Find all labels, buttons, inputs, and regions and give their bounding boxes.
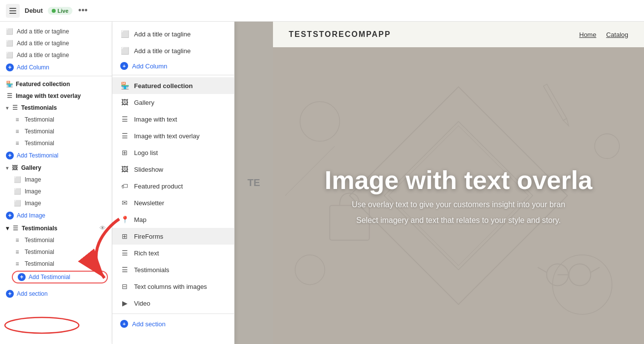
image-overlay-icon: ☰ — [6, 93, 13, 99]
dd-featured-collection[interactable]: 🏪 Featured collection — [112, 77, 234, 94]
frame-g1: ⬜ — [14, 176, 21, 183]
dd-envelope-icon: ✉ — [120, 198, 129, 207]
add-column-sidebar[interactable]: + Add Column — [0, 61, 112, 74]
more-options[interactable]: ••• — [78, 5, 88, 16]
preview-text: TE — [247, 177, 260, 188]
add-image[interactable]: + Add Image — [0, 209, 112, 222]
dd-divider-1 — [112, 75, 234, 75]
frame-g2: ⬜ — [14, 188, 21, 195]
sidebar: ⬜ Add a title or tagline ⬜ Add a title o… — [0, 22, 112, 344]
dd-gallery-icon: 🖼 — [120, 98, 129, 107]
website-preview: TESTSTORECOMPAPP Home Catalog — [273, 22, 644, 344]
dd-rich-text[interactable]: ☰ Rich text — [112, 245, 234, 261]
sidebar-item-title-1[interactable]: ⬜ Add a title or tagline — [0, 26, 112, 37]
dd-slideshow[interactable]: 🖼 Slideshow — [112, 161, 234, 178]
dd-testimonials[interactable]: ☰ Testimonials — [112, 261, 234, 278]
sidebar-gallery[interactable]: ▾ 🖼 Gallery — [0, 162, 112, 174]
add-testimonial-2[interactable]: + Add Testimonial — [12, 271, 108, 283]
dd-frame-icon-1: ⬜ — [120, 30, 129, 38]
dd-slideshow-icon: 🖼 — [120, 165, 129, 174]
sidebar-testimonials-2-row: ▾ ☰ Testimonials 👁 — [0, 222, 112, 234]
testimonial-item-2-3[interactable]: ≡ Testimonial — [0, 258, 112, 270]
live-label: Live — [58, 8, 68, 14]
testimonials-icon-1: ☰ — [11, 104, 18, 111]
dd-image-text[interactable]: ☰ Image with text — [112, 111, 234, 127]
gallery-image-2[interactable]: ⬜ Image — [0, 186, 112, 197]
dd-image-overlay-icon: ☰ — [120, 131, 129, 140]
hero-text-overlay: Image with text overla Use overlay text … — [305, 165, 612, 226]
sidebar-featured-collection[interactable]: 🏪 Featured collection — [0, 78, 112, 90]
frame-icon-3: ⬜ — [6, 52, 13, 59]
dd-video[interactable]: ▶ Video — [112, 295, 234, 312]
store-name: Debut — [25, 7, 43, 14]
lines-icon-t21: ≡ — [14, 237, 21, 244]
svg-rect-1 — [9, 10, 16, 11]
gallery-image-3[interactable]: ⬜ Image — [0, 197, 112, 209]
frame-icon-1: ⬜ — [6, 28, 13, 35]
sidebar-image-text-overlay[interactable]: ☰ Image with text overlay — [0, 90, 112, 102]
visibility-icon[interactable]: 👁 — [100, 224, 106, 232]
image-text-overlay-label: Image with text overlay — [16, 93, 81, 99]
dd-text-columns[interactable]: ⊟ Text columns with images — [112, 278, 234, 295]
live-badge: Live — [48, 7, 72, 15]
menu-icon[interactable] — [6, 4, 20, 18]
sidebar-item-title-2[interactable]: ⬜ Add a title or tagline — [0, 37, 112, 49]
testimonial-item-1-2[interactable]: ≡ Testimonial — [0, 125, 112, 137]
dd-title-item-1[interactable]: ⬜ Add a title or tagline — [112, 26, 234, 42]
lines-icon-t22: ≡ — [14, 249, 21, 255]
dd-image-text-overlay[interactable]: ☰ Image with text overlay — [112, 127, 234, 144]
dd-add-section[interactable]: + Add section — [112, 316, 234, 332]
testimonials-2-header[interactable]: ▾ ☰ Testimonials — [6, 225, 57, 232]
dd-columns-icon: ⊟ — [120, 282, 129, 291]
main-area: ⬜ Add a title or tagline ⬜ Add a title o… — [0, 22, 644, 344]
gallery-image-1[interactable]: ⬜ Image — [0, 174, 112, 186]
add-testimonial-1[interactable]: + Add Testimonial — [0, 149, 112, 162]
plus-icon: + — [6, 63, 14, 71]
top-bar: Debut Live ••• — [0, 0, 644, 22]
lines-icon-t23: ≡ — [14, 260, 21, 267]
testimonials-2-label: Testimonials — [22, 225, 57, 232]
preview-inner: TE — [235, 22, 273, 344]
testimonial-item-1-3[interactable]: ≡ Testimonial — [0, 137, 112, 149]
dd-image-text-icon: ☰ — [120, 115, 129, 124]
dd-grid-icon: ⊞ — [120, 232, 129, 241]
frame-g3: ⬜ — [14, 200, 21, 207]
sidebar-testimonials-1[interactable]: ▾ ☰ Testimonials — [0, 102, 112, 114]
testimonial-item-1-1[interactable]: ≡ Testimonial — [0, 114, 112, 125]
dd-featured-product[interactable]: 🏷 Featured product — [112, 178, 234, 194]
dd-gallery[interactable]: 🖼 Gallery — [112, 94, 234, 111]
testimonials-icon-2: ☰ — [12, 225, 19, 232]
plus-icon-img: + — [6, 212, 14, 219]
dd-fireforms[interactable]: ⊞ FireForms — [112, 228, 234, 245]
testimonial-item-2-2[interactable]: ≡ Testimonial — [0, 246, 112, 258]
site-hero: Image with text overla Use overlay text … — [273, 47, 644, 344]
dd-map[interactable]: 📍 Map — [112, 211, 234, 228]
lines-icon-1: ≡ — [14, 116, 21, 123]
dd-newsletter[interactable]: ✉ Newsletter — [112, 194, 234, 211]
site-logo: TESTSTORECOMPAPP — [289, 30, 391, 39]
nav-home[interactable]: Home — [579, 31, 597, 38]
plus-icon-t1: + — [6, 152, 14, 159]
hero-subtitle-2: Select imagery and text that relates to … — [325, 215, 592, 226]
dd-store-icon: 🏪 — [120, 81, 129, 90]
dd-logo-list[interactable]: ⊞ Logo list — [112, 144, 234, 161]
site-nav: TESTSTORECOMPAPP Home Catalog — [273, 22, 644, 47]
add-section-sidebar[interactable]: + Add section — [0, 287, 112, 300]
sidebar-title-label-2: Add a title or tagline — [17, 40, 69, 47]
lines-icon-3: ≡ — [14, 140, 21, 147]
testimonials-1-label: Testimonials — [21, 104, 57, 111]
dd-divider-2 — [112, 313, 234, 314]
arrow-down-1: ▾ — [6, 105, 8, 111]
nav-catalog[interactable]: Catalog — [606, 31, 628, 38]
dd-richtext-icon: ☰ — [120, 249, 129, 257]
lines-icon-2: ≡ — [14, 128, 21, 135]
store-icon: 🏪 — [6, 81, 13, 88]
dd-plus-col: + — [120, 62, 128, 70]
testimonial-item-2-1[interactable]: ≡ Testimonial — [0, 234, 112, 246]
sidebar-item-title-3[interactable]: ⬜ Add a title or tagline — [0, 49, 112, 61]
plus-icon-t2: + — [18, 273, 26, 281]
dropdown-panel: ⬜ Add a title or tagline ⬜ Add a title o… — [112, 22, 235, 344]
dd-title-item-2[interactable]: ⬜ Add a title or tagline — [112, 42, 234, 59]
gallery-icon: 🖼 — [11, 164, 18, 171]
dd-add-column[interactable]: + Add Column — [112, 59, 234, 73]
